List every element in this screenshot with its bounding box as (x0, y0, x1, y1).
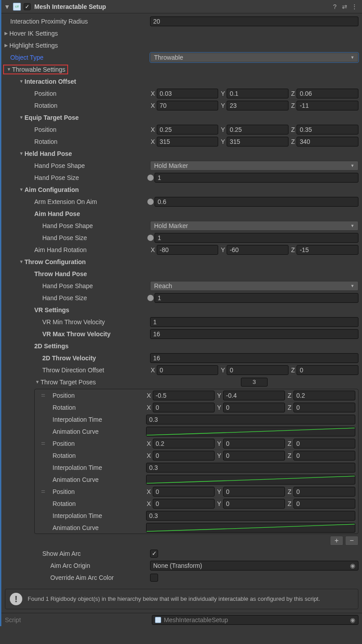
aim-hand-label: Aim Hand Pose (3, 210, 150, 217)
held-hand-foldout[interactable]: Held Hand Pose (3, 150, 150, 157)
io-pos-y[interactable] (227, 89, 289, 98)
pose-1-rot-y[interactable] (223, 451, 285, 461)
io-position-label: Position (3, 90, 150, 97)
throwable-settings-foldout[interactable]: Throwable Settings (3, 65, 150, 74)
pose-2-rot-z[interactable] (293, 499, 355, 509)
object-type-dropdown[interactable]: Throwable (150, 53, 358, 62)
et-pos-y[interactable] (227, 125, 289, 135)
override-color-checkbox[interactable] (150, 574, 158, 582)
pose-1-rot-z[interactable] (293, 451, 355, 461)
pose-2-curve[interactable] (146, 523, 355, 533)
pose-2-rot-y[interactable] (223, 499, 285, 509)
throw-shape-dropdown[interactable]: Reach (150, 281, 358, 291)
inspector-panel: ▼ c# ✓ Mesh Interactable Setup ? ⇄ ⋮ Int… (0, 0, 362, 626)
hover-ik-foldout[interactable]: Hover IK Settings (3, 30, 150, 37)
component-header: ▼ c# ✓ Mesh Interactable Setup ? ⇄ ⋮ (1, 0, 362, 13)
held-size-input[interactable] (155, 173, 358, 183)
et-rot-z[interactable] (297, 137, 358, 147)
held-size-slider[interactable] (150, 177, 151, 179)
pose-1-curve[interactable] (146, 475, 355, 485)
preset-icon[interactable]: ⇄ (340, 3, 350, 10)
object-picker-icon: ◉ (350, 616, 355, 624)
throw-dir-x[interactable] (157, 365, 219, 375)
pose-0-rot-z[interactable] (293, 403, 355, 412)
et-rot-y[interactable] (227, 137, 289, 147)
io-pos-x[interactable] (157, 89, 219, 98)
io-rotation-label: Rotation (3, 102, 150, 109)
io-rot-z[interactable] (297, 101, 358, 110)
pose-1-pos-y[interactable] (223, 439, 285, 448)
script-icon[interactable]: c# (13, 3, 21, 11)
object-picker-icon: ◉ (350, 562, 355, 569)
et-pos-x[interactable] (157, 125, 219, 135)
pose-0-rot-x[interactable] (153, 403, 215, 412)
pose-2-pos-y[interactable] (223, 487, 285, 497)
aim-rot-z[interactable] (297, 245, 358, 255)
drag-handle-icon[interactable]: = (35, 488, 53, 496)
aim-rot-y[interactable] (227, 245, 289, 255)
io-rot-y[interactable] (227, 101, 289, 110)
et-rot-x[interactable] (157, 137, 219, 147)
throw-cfg-foldout[interactable]: Throw Configuration (3, 258, 150, 265)
equip-target-foldout[interactable]: Equip Target Pose (3, 114, 150, 121)
script-field: MeshInteractableSetup◉ (152, 615, 358, 625)
pose-2-pos-z[interactable] (293, 487, 355, 497)
et-pos-z[interactable] (297, 125, 358, 135)
pose-2-rot-x[interactable] (153, 499, 215, 509)
poses-foldout[interactable]: Throw Target Poses (3, 379, 150, 386)
throw-size-input[interactable] (155, 293, 358, 303)
drag-handle-icon[interactable]: = (35, 391, 53, 399)
pose-0-interp[interactable] (146, 415, 355, 424)
pose-0-pos-y[interactable] (223, 391, 285, 400)
arm-ext-input[interactable] (155, 197, 358, 207)
io-rot-x[interactable] (157, 101, 219, 110)
throw-dir-z[interactable] (297, 365, 358, 375)
io-pos-z[interactable] (297, 89, 358, 98)
show-aim-arc-checkbox[interactable]: ✓ (150, 550, 158, 558)
proximity-label: Interaction Proximity Radius (3, 18, 150, 25)
pose-0-rot-y[interactable] (223, 403, 285, 412)
component-title: Mesh Interactable Setup (34, 3, 330, 10)
throw-dir-y[interactable] (227, 365, 289, 375)
pose-1-rot-x[interactable] (153, 451, 215, 461)
array-remove-button[interactable]: − (345, 536, 358, 546)
pose-2-interp[interactable] (146, 511, 355, 521)
highlight-foldout[interactable]: Highlight Settings (3, 42, 150, 49)
help-icon[interactable]: ? (330, 3, 340, 10)
pose-2-pos-x[interactable] (153, 487, 215, 497)
array-add-button[interactable]: + (330, 536, 343, 546)
drag-handle-icon[interactable]: = (35, 440, 53, 448)
aim-cfg-foldout[interactable]: Aim Configuration (3, 186, 150, 193)
pose-0-pos-z[interactable] (293, 391, 355, 400)
pose-1-interp[interactable] (146, 463, 355, 473)
info-text: Found 1 Rigidbody object(s) in the hiera… (28, 595, 320, 603)
script-asset-icon (155, 617, 161, 623)
enabled-checkbox[interactable]: ✓ (24, 3, 31, 10)
proximity-input[interactable] (150, 16, 358, 26)
menu-icon[interactable]: ⋮ (350, 3, 359, 10)
aim-size-slider[interactable] (150, 237, 151, 239)
vr-min-input[interactable] (150, 317, 358, 327)
2d-settings-label: 2D Settings (3, 342, 150, 350)
info-icon: ! (10, 593, 22, 605)
pose-1-pos-z[interactable] (293, 439, 355, 448)
foldout-icon[interactable]: ▼ (4, 3, 10, 10)
2d-vel-input[interactable] (150, 353, 358, 363)
arm-ext-slider[interactable] (150, 201, 151, 203)
pose-0-pos-x[interactable] (153, 391, 215, 400)
pose-0-curve[interactable] (146, 427, 355, 436)
interaction-offset-foldout[interactable]: Interaction Offset (3, 78, 150, 85)
aim-size-input[interactable] (155, 233, 358, 243)
held-shape-dropdown[interactable]: Hold Marker (150, 161, 358, 171)
throw-hand-label: Throw Hand Pose (3, 270, 150, 277)
aim-arc-origin-field[interactable]: None (Transform)◉ (150, 561, 358, 571)
throw-size-slider[interactable] (150, 297, 151, 299)
vr-settings-label: VR Settings (3, 306, 150, 314)
aim-shape-dropdown[interactable]: Hold Marker (150, 221, 358, 231)
info-box: ! Found 1 Rigidbody object(s) in the hie… (5, 589, 358, 609)
pose-1-pos-x[interactable] (153, 439, 215, 448)
script-label: Script (5, 616, 152, 624)
poses-size-input[interactable] (241, 378, 268, 387)
aim-rot-x[interactable] (157, 245, 219, 255)
vr-max-input[interactable] (150, 329, 358, 339)
